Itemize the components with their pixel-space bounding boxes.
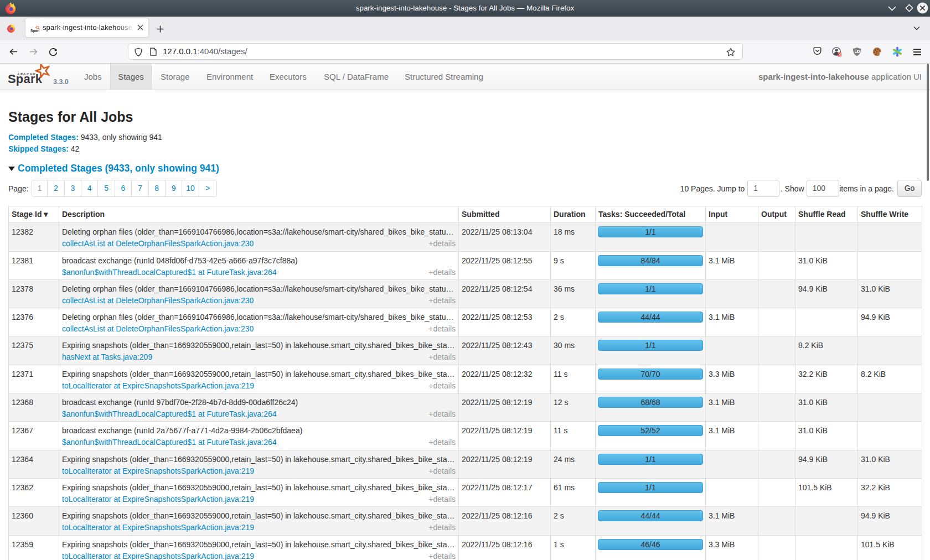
svg-text:Spark: Spark (8, 72, 43, 86)
svg-text:Spark: Spark (30, 29, 39, 33)
